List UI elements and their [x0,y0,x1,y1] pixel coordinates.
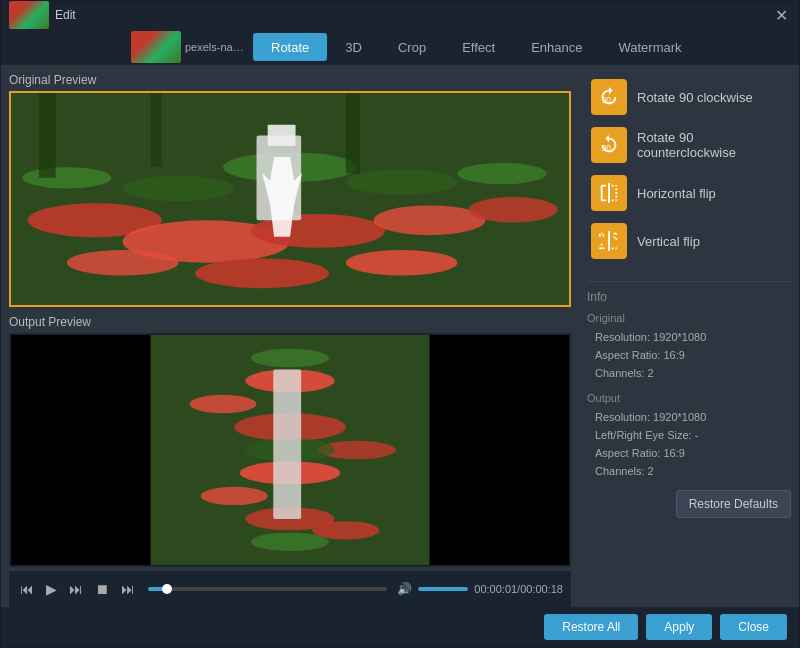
output-resolution: Resolution: 1920*1080 [587,408,791,426]
close-button[interactable]: Close [720,614,787,640]
rotate-ccw-label: Rotate 90 counterclockwise [637,130,787,160]
svg-point-27 [201,487,268,505]
svg-point-25 [190,395,257,413]
svg-rect-16 [346,93,360,174]
seek-thumb [162,584,172,594]
flip-v-icon [591,223,627,259]
window-close-button[interactable]: ✕ [771,5,791,25]
tab-watermark[interactable]: Watermark [600,33,699,61]
original-preview-label: Original Preview [9,73,571,87]
main-content: Original Preview [1,65,799,607]
flip-h-svg [598,182,620,204]
svg-point-29 [251,349,329,367]
original-info-label: Original [587,312,791,324]
svg-point-4 [374,205,486,235]
output-eye-size: Left/Right Eye Size: - [587,426,791,444]
tab-3d[interactable]: 3D [327,33,380,61]
time-display: 00:00:01/00:00:18 [474,583,563,595]
svg-rect-15 [151,93,162,167]
original-preview [9,91,571,307]
file-thumb [131,31,181,63]
output-image [11,335,569,565]
rotate-ccw-icon: 90 [591,127,627,163]
output-preview [9,333,571,567]
original-aspect: Aspect Ratio: 16:9 [587,346,791,364]
edit-window: Edit ✕ pexels-nang-... Rotate 3D Crop Ef… [0,0,800,648]
svg-point-5 [469,197,558,222]
file-thumbnail-area: pexels-nang-... [131,31,245,63]
seek-bar[interactable] [148,587,387,591]
svg-rect-14 [39,93,56,178]
restore-all-button[interactable]: Restore All [544,614,638,640]
original-image [11,93,569,305]
svg-point-12 [346,169,458,194]
tab-crop[interactable]: Crop [380,33,444,61]
stop-button[interactable]: ⏹ [92,579,112,599]
transport-bar: ⏮ ▶ ⏭ ⏹ ⏭ 🔊 00:00:01/00:00:18 [9,571,571,607]
volume-bar[interactable] [418,587,468,591]
original-channels: Channels: 2 [587,364,791,382]
right-panel: 90 Rotate 90 clockwise 90 Rotate 90 coun… [579,65,799,607]
svg-point-6 [67,250,179,275]
output-aspect: Aspect Ratio: 16:9 [587,444,791,462]
svg-point-10 [123,176,235,201]
title-bar-left: Edit [9,1,76,29]
output-info-group: Output Resolution: 1920*1080 Left/Right … [587,392,791,480]
skip-back-button[interactable]: ⏮ [17,579,37,599]
bottom-bar: Restore All Apply Close [1,607,799,647]
svg-point-9 [22,167,111,188]
svg-point-7 [195,258,329,288]
output-svg [11,335,569,565]
svg-text:90: 90 [602,144,612,153]
left-panel: Original Preview [1,65,579,607]
flip-v-svg [598,230,620,252]
info-section: Info Original Resolution: 1920*1080 Aspe… [587,281,791,518]
info-title: Info [587,290,791,304]
volume-icon: 🔊 [397,582,412,596]
original-svg-overlay [11,93,569,305]
rotate-ccw-button[interactable]: 90 Rotate 90 counterclockwise [587,121,791,169]
svg-point-31 [251,533,329,551]
apply-button[interactable]: Apply [646,614,712,640]
original-resolution: Resolution: 1920*1080 [587,328,791,346]
flip-h-label: Horizontal flip [637,186,716,201]
tab-enhance[interactable]: Enhance [513,33,600,61]
svg-point-8 [346,250,458,275]
svg-rect-32 [273,370,301,519]
rotate-cw-icon: 90 [591,79,627,115]
svg-rect-17 [257,135,302,220]
title-bar: Edit ✕ [1,1,799,29]
step-forward-button[interactable]: ⏭ [66,579,86,599]
restore-defaults-area: Restore Defaults [587,490,791,518]
flip-v-label: Vertical flip [637,234,700,249]
file-name: pexels-nang-... [185,41,245,53]
rotate-cw-button[interactable]: 90 Rotate 90 clockwise [587,73,791,121]
original-info-group: Original Resolution: 1920*1080 Aspect Ra… [587,312,791,382]
output-preview-label: Output Preview [9,315,571,329]
rotate-ccw-svg: 90 [598,134,620,156]
output-info-label: Output [587,392,791,404]
title-text: Edit [55,8,76,22]
rotate-cw-label: Rotate 90 clockwise [637,90,753,105]
output-channels: Channels: 2 [587,462,791,480]
svg-point-11 [223,152,357,182]
svg-point-13 [457,163,546,184]
skip-end-button[interactable]: ⏭ [118,579,138,599]
svg-rect-18 [268,125,296,146]
flip-h-icon [591,175,627,211]
tab-rotate[interactable]: Rotate [253,33,327,61]
flip-h-button[interactable]: Horizontal flip [587,169,791,217]
svg-text:90: 90 [602,96,612,105]
restore-defaults-button[interactable]: Restore Defaults [676,490,791,518]
play-button[interactable]: ▶ [43,579,60,599]
tab-effect[interactable]: Effect [444,33,513,61]
seek-progress [148,587,167,591]
rotate-cw-svg: 90 [598,86,620,108]
thumbnail-icon [9,1,49,29]
flip-v-button[interactable]: Vertical flip [587,217,791,265]
tab-bar: pexels-nang-... Rotate 3D Crop Effect En… [1,29,799,65]
